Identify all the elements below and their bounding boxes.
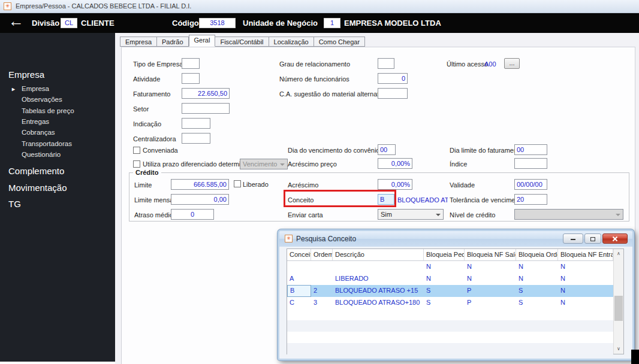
cell-descricao: LIBERADO (333, 273, 424, 285)
cell-bloqueia-ordem: S (516, 297, 558, 309)
table-row[interactable]: C 3 BLOQUEADO ATRASO+180 S P S N (287, 297, 613, 309)
acrescimo-field[interactable]: 0,00% (378, 179, 412, 190)
pesquisa-conceito-window: ✳ Pesquisa Conceito Conceito Ordem Descr… (278, 229, 634, 360)
grau-field[interactable] (378, 58, 394, 69)
ca-sugestao-field[interactable] (378, 88, 408, 99)
sidebar-item-cobrancas[interactable]: Cobranças (22, 129, 55, 136)
grau-label: Grau de relacionamento (279, 60, 350, 68)
indicacao-field[interactable] (182, 118, 210, 129)
cell-bloqueia-nf-entrada: N (558, 273, 613, 285)
column-header-conceito[interactable]: Conceito (287, 249, 311, 261)
limite-mensal-label: Limite mensal (134, 196, 175, 204)
scrollbar-thumb[interactable] (614, 296, 623, 321)
unidade-code-field[interactable]: 1 (324, 18, 340, 28)
atividade-field[interactable] (182, 73, 200, 84)
ca-sugestao-label: C.A. sugestão do material alternativo (279, 90, 387, 98)
sidebar-section-tg[interactable]: TG (8, 199, 21, 209)
app-icon: ✳ (4, 2, 11, 10)
close-button[interactable] (602, 233, 628, 244)
setor-field[interactable] (182, 103, 230, 114)
codigo-field[interactable]: 3518 (199, 18, 236, 28)
window-title: Empresa/Pessoa - CALCADOS BEBECE LTDA - … (16, 2, 191, 10)
column-header-bloqueia-nf-entrada[interactable]: Bloqueia NF Entrada (558, 249, 613, 261)
maximize-button[interactable] (584, 233, 601, 244)
tab-empresa[interactable]: Empresa (120, 37, 157, 47)
dia-vencimento-field[interactable]: 00 (378, 144, 396, 155)
sidebar-section-movimentacao[interactable]: Movimentação (8, 183, 67, 193)
scroll-down-icon[interactable]: ∨ (614, 344, 623, 354)
cell-bloqueia-nf-entrada: N (558, 297, 613, 309)
indicacao-label: Indicação (133, 120, 161, 128)
acrescimo-preco-field[interactable]: 0,00% (378, 158, 412, 169)
popup-titlebar[interactable]: ✳ Pesquisa Conceito (279, 231, 632, 247)
tolerancia-field[interactable]: 20 (514, 194, 547, 205)
cell-conceito-edit[interactable]: B (287, 285, 311, 297)
table-row[interactable]: N N N N (287, 261, 613, 273)
sidebar-item-entregas[interactable]: Entregas (22, 118, 49, 125)
faturamento-label: Faturamento (133, 90, 170, 98)
unidade-label: Unidade de Negócio (243, 19, 318, 28)
indice-label: Índice (450, 160, 467, 168)
sidebar: Empresa ► Empresa Observações Tabelas de… (0, 33, 115, 362)
indice-field[interactable] (514, 158, 547, 169)
funcionarios-field[interactable]: 0 (378, 73, 408, 84)
ultimo-acesso-browse-button[interactable]: ... (504, 58, 520, 69)
limite-field[interactable]: 666.585,00 (171, 179, 229, 190)
codigo-label: Código (172, 19, 199, 28)
vertical-scrollbar[interactable]: ∧ ∨ (613, 249, 623, 354)
tab-fiscal-contabil[interactable]: Fiscal/Contábil (215, 37, 269, 47)
nivel-credito-label: Nível de crédito (450, 211, 495, 219)
column-header-bloqueia-nf-saida[interactable]: Bloqueia NF Saída (465, 249, 516, 261)
atraso-medio-label: Atraso médio (134, 211, 173, 219)
conceito-field[interactable]: B (378, 194, 394, 205)
limite-label: Limite (134, 181, 152, 189)
table-row-selected[interactable]: B 2 BLOQUEADO ATRASO +15 S P S N (287, 285, 613, 297)
atraso-medio-field[interactable]: 0 (171, 209, 214, 220)
back-arrow-icon[interactable]: ← (8, 12, 24, 31)
scroll-up-icon[interactable]: ∧ (614, 249, 623, 259)
minimize-button[interactable] (563, 233, 583, 244)
table-row[interactable]: A LIBERADO N N N N (287, 273, 613, 285)
tab-geral[interactable]: Geral (189, 35, 216, 47)
centralizadora-label: Centralizadora (133, 135, 176, 142)
sidebar-section-empresa[interactable]: Empresa (8, 69, 44, 80)
faturamento-field[interactable]: 22.650,50 (182, 88, 230, 99)
desktop-corner (631, 350, 639, 364)
popup-title: Pesquisa Conceito (296, 235, 356, 243)
tab-como-chegar[interactable]: Como Chegar (314, 37, 365, 47)
validade-field[interactable]: 00/00/00 (514, 179, 547, 190)
tipo-empresa-field[interactable] (182, 58, 200, 69)
conveniada-checkbox[interactable] (133, 147, 140, 154)
main-titlebar: ✳ Empresa/Pessoa - CALCADOS BEBECE LTDA … (0, 0, 639, 13)
column-header-bloqueia-ordem[interactable]: Bloqueia Ordem (516, 249, 558, 261)
column-header-bloqueia-pedido[interactable]: Bloqueia Pedido (424, 249, 465, 261)
sidebar-item-observacoes[interactable]: Observações (22, 96, 62, 103)
header-toolbar: ← Divisão CL CLIENTE Código 3518 Unidade… (0, 13, 639, 33)
sidebar-item-transportadoras[interactable]: Transportadoras (22, 140, 72, 147)
sidebar-item-empresa[interactable]: Empresa (22, 85, 49, 92)
cell-ordem: 2 (311, 285, 333, 297)
tab-padrao[interactable]: Padrão (157, 37, 188, 47)
column-header-ordem[interactable]: Ordem (311, 249, 333, 261)
tab-localizacao[interactable]: Localização (269, 37, 314, 47)
utiliza-prazo-select[interactable]: Vencimento (240, 159, 288, 169)
limite-mensal-field[interactable]: 0,00 (171, 194, 229, 205)
utiliza-prazo-checkbox[interactable] (133, 160, 140, 168)
conceito-table: Conceito Ordem Descrição Bloqueia Pedido… (287, 248, 624, 354)
dia-limite-field[interactable]: 00 (514, 144, 547, 155)
sidebar-item-questionario[interactable]: Questionário (22, 151, 61, 158)
column-header-descricao[interactable]: Descrição (333, 249, 424, 261)
tipo-empresa-label: Tipo de Empresa (133, 60, 183, 68)
divisao-name: CLIENTE (81, 19, 114, 28)
divisao-code-field[interactable]: CL (61, 18, 77, 28)
centralizadora-field[interactable] (182, 133, 210, 144)
nivel-credito-select[interactable] (514, 209, 623, 220)
minimize-icon (571, 239, 575, 240)
credito-legend: Crédito (133, 169, 161, 176)
sidebar-section-complemento[interactable]: Complemento (8, 166, 64, 176)
sidebar-item-tabelas-de-preco[interactable]: Tabelas de preço (22, 107, 74, 114)
validade-label: Validade (450, 181, 475, 189)
enviar-carta-select[interactable]: Sim (378, 209, 444, 220)
liberado-checkbox[interactable] (234, 180, 241, 187)
ultimo-acesso-label: Último acesso (447, 60, 488, 68)
